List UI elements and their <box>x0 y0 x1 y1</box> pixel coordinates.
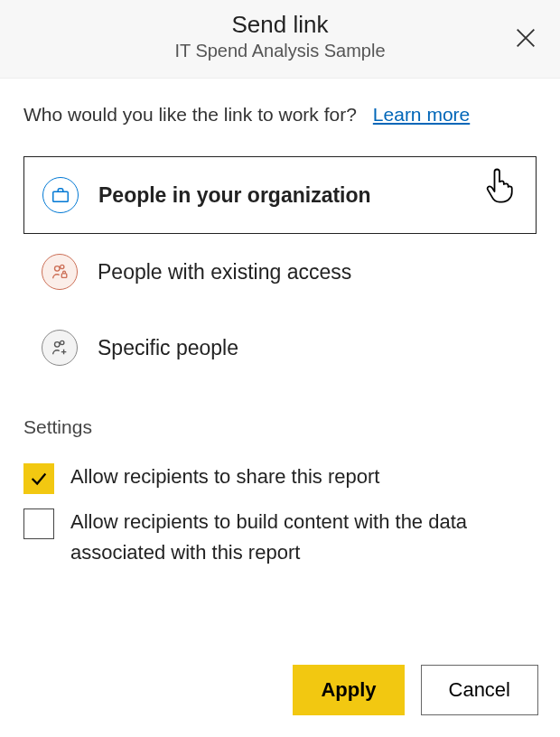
svg-point-4 <box>55 342 61 348</box>
svg-point-5 <box>61 341 64 344</box>
option-people-in-organization[interactable]: People in your organization <box>23 156 537 234</box>
allow-build-checkbox[interactable] <box>23 508 54 539</box>
svg-point-2 <box>61 265 64 268</box>
prompt-row: Who would you like the link to work for?… <box>23 104 537 126</box>
allow-build-label: Allow recipients to build content with t… <box>70 507 537 568</box>
checkbox-row-allow-build: Allow recipients to build content with t… <box>23 507 537 568</box>
briefcase-icon <box>42 177 79 213</box>
svg-rect-3 <box>61 274 67 278</box>
allow-share-label: Allow recipients to share this report <box>70 462 379 492</box>
close-icon <box>513 25 538 51</box>
apply-button[interactable]: Apply <box>293 665 404 715</box>
people-add-icon <box>42 330 78 366</box>
check-icon <box>29 469 49 489</box>
people-lock-icon <box>42 254 78 290</box>
prompt-text: Who would you like the link to work for? <box>23 104 357 126</box>
allow-share-checkbox[interactable] <box>23 463 54 494</box>
option-label: People in your organization <box>98 183 371 208</box>
dialog-subtitle: IT Spend Analysis Sample <box>22 41 538 61</box>
option-label: Specific people <box>98 336 238 360</box>
dialog-content: Who would you like the link to work for?… <box>0 79 560 568</box>
link-options: People in your organization People with … <box>23 156 537 386</box>
dialog-footer: Apply Cancel <box>293 665 538 715</box>
settings-heading: Settings <box>23 416 537 438</box>
svg-rect-0 <box>53 191 69 201</box>
option-people-with-existing-access[interactable]: People with existing access <box>23 234 537 310</box>
checkbox-row-allow-share: Allow recipients to share this report <box>23 462 537 494</box>
dialog-title: Send link <box>22 11 538 39</box>
svg-point-1 <box>55 266 61 272</box>
dialog-header: Send link IT Spend Analysis Sample <box>0 0 560 79</box>
option-specific-people[interactable]: Specific people <box>23 310 537 386</box>
hand-cursor-icon <box>480 164 519 204</box>
cancel-button[interactable]: Cancel <box>421 665 538 715</box>
learn-more-link[interactable]: Learn more <box>373 104 470 126</box>
close-button[interactable] <box>508 20 544 56</box>
option-label: People with existing access <box>98 260 351 285</box>
